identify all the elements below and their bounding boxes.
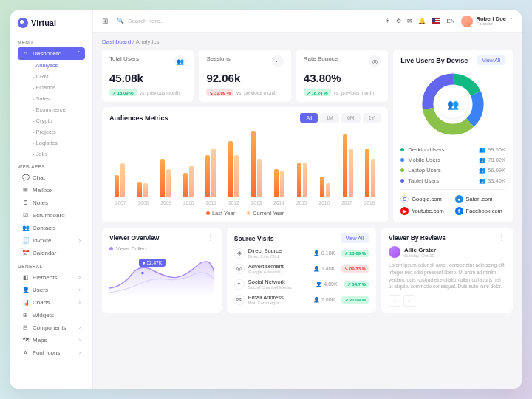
sidebar-sub-crypto[interactable]: Crypto	[28, 115, 85, 126]
sidebar-sub-analytics[interactable]: Analytics	[28, 60, 85, 71]
metrics-title: Audiences Metrics	[109, 115, 168, 122]
view-all-button[interactable]: View All	[477, 55, 505, 65]
users-icon: 👤	[316, 282, 322, 287]
stat-bounce: Rate Bounce◎43.80%↗ 18.24 %vs. previous …	[296, 50, 388, 102]
stat-total-users: Total Users👥45.08k↗ 15.09 %vs. previous …	[102, 50, 194, 102]
legend-row: Laptop Users👥56.09K	[400, 167, 505, 174]
trend-badge: ↗ 18.24 %	[304, 89, 331, 96]
sidebar-item-charts[interactable]: 📊Charts›	[18, 296, 85, 309]
sidebar-item-notes[interactable]: 🗒Notes	[18, 197, 85, 209]
more-icon[interactable]: ⋮	[498, 233, 505, 242]
chevron-right-icon: ›	[79, 325, 81, 330]
mailbox-icon: ✉	[22, 187, 29, 194]
sidebar-item-font-icons[interactable]: AFont Icons›	[18, 347, 85, 359]
trend-badge: ↗ 13.09 %	[341, 250, 369, 257]
source-row[interactable]: ✦Social NetworkSocial Channel Media👤4.09…	[234, 279, 369, 290]
sidebar-sub-projects[interactable]: Projects	[28, 126, 85, 137]
tab-all[interactable]: All	[300, 113, 318, 123]
sidebar-sub-crm[interactable]: CRM	[28, 71, 85, 82]
sidebar-item-elements[interactable]: ◧Elements›	[18, 271, 85, 284]
users-icon: 👥	[479, 177, 485, 184]
referrer-facebook-com[interactable]: fFacebook.com	[455, 207, 505, 215]
source-icon: ◈	[234, 248, 245, 259]
sidebar-item-mailbox[interactable]: ✉Mailbox	[18, 184, 85, 197]
search-icon: 🔍	[117, 18, 124, 24]
source-visits-card: Source Visits View All ◈Direct SourceDir…	[227, 228, 376, 313]
referrer-youtube-com[interactable]: ▶Youtube.com	[400, 207, 451, 215]
users-icon: 👤	[313, 250, 320, 256]
chevron-right-icon: ›	[79, 300, 81, 305]
apps-grid-icon[interactable]: ⊞	[102, 17, 108, 25]
widgets-icon: ⊞	[22, 312, 29, 318]
trend-badge: ↘ 09.33 %	[341, 265, 369, 273]
legend-row: Desktop Users👥99.50K	[400, 146, 505, 153]
tab-1y[interactable]: 1Y	[363, 113, 381, 123]
sidebar-item-widgets[interactable]: ⊞Widgets	[18, 309, 85, 321]
mail-icon[interactable]: ✉	[407, 18, 412, 24]
referrer-google-com[interactable]: GGoogle.com	[400, 195, 451, 203]
sidebar: Virtual MENU ⌂ Dashboard ˄ AnalyticsCRMF…	[10, 10, 93, 389]
lang-label[interactable]: EN	[446, 18, 454, 24]
sidebar-sub-ecommerce[interactable]: Ecommerce	[28, 104, 85, 115]
search-input[interactable]: 🔍 Search here..	[114, 15, 247, 27]
line-chart: ● 52.47K	[109, 253, 214, 297]
brand-logo[interactable]: Virtual	[10, 10, 92, 34]
chart-tooltip: ● 52.47K	[139, 259, 166, 267]
sidebar-item-scrumboard[interactable]: ☑Scrumboard	[18, 209, 85, 222]
main: ⊞ 🔍 Search here.. ☀ ⚙ ✉ 🔔 EN Robert Doe …	[93, 10, 522, 389]
sidebar-item-users[interactable]: 👤Users›	[18, 284, 85, 296]
flag-us-icon[interactable]	[432, 18, 440, 24]
components-icon: ⊟	[22, 324, 29, 331]
chevron-right-icon: ›	[79, 287, 81, 293]
tab-1m[interactable]: 1M	[320, 113, 339, 123]
viewer-overview-card: Viewer Overview ⋮ Views Collect	[102, 228, 222, 313]
breadcrumb: Dashboard / Analytics	[102, 38, 513, 45]
live-title: Live Users By Devise	[400, 57, 468, 64]
breadcrumb-current: Analytics	[135, 38, 159, 45]
next-button[interactable]: ›	[403, 295, 415, 307]
calendar-icon: 📅	[22, 250, 29, 256]
chevron-right-icon: ›	[79, 350, 81, 355]
trend-badge: ↗ 34.7 %	[344, 281, 369, 288]
source-row[interactable]: ✉Email AddressMail Campaigns👤7.00K↗ 21.0…	[234, 294, 369, 305]
user-menu[interactable]: Robert Doe Founder ˅	[461, 16, 513, 27]
content: Dashboard / Analytics Total Users👥45.08k…	[93, 33, 522, 389]
tab-6m[interactable]: 6M	[341, 113, 361, 123]
sidebar-sub-finance[interactable]: Finance	[28, 82, 85, 93]
sidebar-sub-sales[interactable]: Sales	[28, 93, 85, 104]
sidebar-item-invoice[interactable]: 🧾Invoice›	[18, 234, 85, 247]
donut-chart: 👥	[420, 71, 486, 137]
sidebar-item-contacts[interactable]: 👥Contacts	[18, 222, 85, 234]
sidebar-item-maps[interactable]: 🗺Maps›	[18, 334, 85, 347]
sidebar-item-chat[interactable]: 💬Chat	[18, 171, 85, 184]
more-icon[interactable]: ⋮	[207, 233, 214, 242]
gear-icon[interactable]: ⚙	[396, 18, 401, 24]
contacts-icon: 👥	[22, 225, 29, 231]
svg-point-4	[141, 272, 144, 275]
source-icon: ◎	[234, 264, 245, 274]
menu-heading-general: GENERAL	[18, 264, 85, 269]
sidebar-item-dashboard[interactable]: ⌂ Dashboard ˄	[18, 47, 85, 60]
source-row[interactable]: ◈Direct SourceDirect Link Click👤8.10K↗ 1…	[234, 248, 369, 259]
prev-button[interactable]: ‹	[389, 295, 400, 307]
notes-icon: 🗒	[22, 200, 29, 206]
sidebar-sub-logistics[interactable]: Logistics	[28, 137, 85, 149]
sun-icon[interactable]: ☀	[385, 18, 390, 24]
trend-badge: ↗ 21.04 %	[341, 296, 369, 304]
referrer-safari-com[interactable]: ●Safari.com	[455, 195, 505, 203]
view-all-button[interactable]: View All	[341, 233, 369, 243]
sidebar-sub-jobs[interactable]: Jobs	[28, 149, 85, 160]
chevron-up-icon: ˄	[78, 51, 81, 57]
bell-icon[interactable]: 🔔	[418, 18, 426, 24]
source-icon: ✦	[234, 279, 245, 290]
users-icon: 👤	[313, 297, 320, 303]
scrumboard-icon: ☑	[22, 212, 29, 219]
sidebar-item-components[interactable]: ⊟Components›	[18, 321, 85, 334]
sidebar-item-calendar[interactable]: 📅Calendar	[18, 247, 85, 259]
font icons-icon: A	[22, 349, 29, 356]
users-icon: 👥	[479, 146, 485, 153]
users-icon: 👤	[313, 266, 320, 272]
charts-icon: 📊	[22, 299, 29, 306]
breadcrumb-root[interactable]: Dashboard	[102, 38, 131, 45]
source-row[interactable]: ◎AdvertisementGoogle Adwords👤1.40K↘ 09.3…	[234, 263, 369, 274]
